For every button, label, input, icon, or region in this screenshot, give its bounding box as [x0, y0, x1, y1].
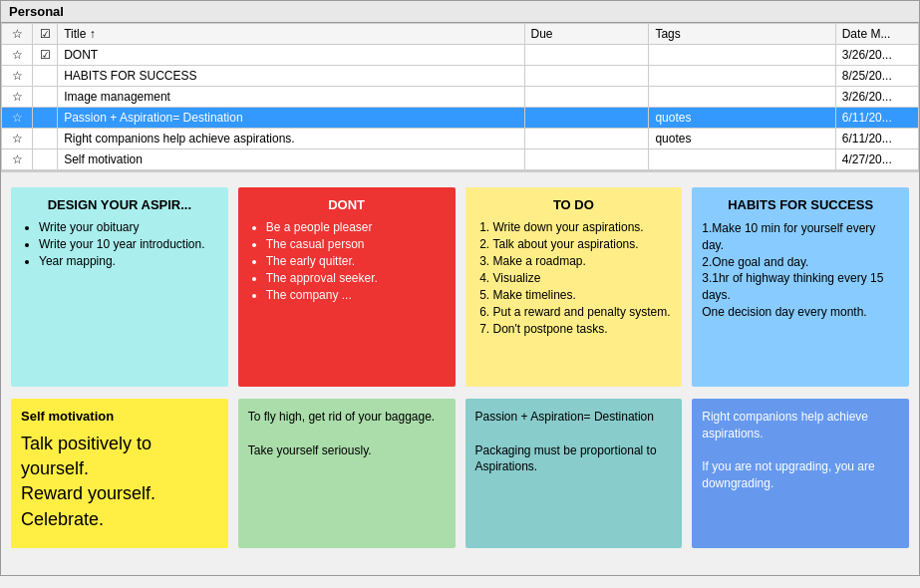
date-cell: 4/27/20... — [835, 149, 918, 170]
tags-cell — [649, 149, 835, 170]
list-item: Year mapping. — [39, 254, 218, 268]
date-cell: 3/26/20... — [835, 87, 918, 108]
list-item: Write your 10 year introduction. — [39, 237, 218, 251]
due-cell — [524, 149, 649, 170]
check-cell[interactable] — [33, 66, 58, 87]
title-cell[interactable]: HABITS FOR SUCCESS — [58, 66, 524, 87]
table-row[interactable]: ☆HABITS FOR SUCCESS8/25/20... — [2, 66, 919, 87]
list-item: The casual person — [266, 237, 446, 251]
list-item: Make timelines. — [493, 288, 673, 302]
date-cell: 8/25/20... — [835, 66, 918, 87]
col-header-check[interactable]: ☑ — [33, 24, 58, 45]
check-cell[interactable] — [33, 87, 58, 108]
sticky-list-design: Write your obituary Write your 10 year i… — [21, 220, 218, 268]
check-cell[interactable] — [33, 108, 58, 129]
tags-cell — [649, 87, 835, 108]
col-header-star[interactable]: ☆ — [2, 24, 33, 45]
col-header-date[interactable]: Date M... — [835, 24, 918, 45]
sticky-title-design: DESIGN YOUR ASPIR... — [21, 197, 218, 212]
sticky-note-self-motivation: Self motivation Talk positively to yours… — [11, 399, 228, 548]
col-header-due[interactable]: Due — [524, 24, 649, 45]
list-item: Be a people pleaser — [266, 220, 446, 234]
tasks-table: ☆ ☑ Title ↑ Due Tags Date M... ☆☑DONT3/2… — [1, 23, 919, 170]
table-row[interactable]: ☆☑DONT3/26/20... — [2, 45, 919, 66]
list-item: The company ... — [266, 288, 446, 302]
list-item: The approval seeker. — [266, 271, 446, 285]
table-row[interactable]: ☆Image management3/26/20... — [2, 87, 919, 108]
due-cell — [524, 66, 649, 87]
sticky-note-fly-high: To fly high, get rid of your baggage.Tak… — [238, 399, 456, 548]
sticky-row-1: DESIGN YOUR ASPIR... Write your obituary… — [11, 187, 909, 387]
col-header-title[interactable]: Title ↑ — [58, 24, 524, 45]
sticky-body-passion: Passion + Aspiration= DestinationPackagi… — [475, 409, 673, 475]
list-item: Don't postpone tasks. — [493, 322, 673, 336]
sticky-body-self-motivation: Talk positively to yourself.Reward yours… — [21, 432, 218, 532]
table-row[interactable]: ☆Self motivation4/27/20... — [2, 149, 919, 170]
title-cell[interactable]: Self motivation — [58, 149, 524, 170]
tags-cell — [649, 66, 835, 87]
sticky-list-todo: Write down your aspirations. Talk about … — [475, 220, 673, 336]
sticky-list-dont: Be a people pleaser The casual person Th… — [248, 220, 446, 302]
table-row[interactable]: ☆Right companions help achieve aspiratio… — [2, 129, 919, 149]
title-cell[interactable]: DONT — [58, 45, 524, 66]
table-body: ☆☑DONT3/26/20...☆HABITS FOR SUCCESS8/25/… — [2, 45, 919, 170]
sticky-body-habits: 1.Make 10 min for yourself every day.2.O… — [702, 220, 899, 321]
list-item: Talk about your aspirations. — [493, 237, 673, 251]
star-cell[interactable]: ☆ — [2, 45, 33, 66]
tags-cell — [649, 45, 835, 66]
star-cell[interactable]: ☆ — [2, 149, 33, 170]
tags-cell: quotes — [649, 129, 835, 149]
title-cell[interactable]: Image management — [58, 87, 524, 108]
tags-cell: quotes — [649, 108, 835, 129]
sticky-area: DESIGN YOUR ASPIR... Write your obituary… — [1, 172, 919, 575]
sticky-body-companions: Right companions help achieve aspiration… — [702, 409, 899, 492]
sticky-title-habits: HABITS FOR SUCCESS — [702, 197, 899, 212]
sticky-title-self-motivation: Self motivation — [21, 409, 218, 424]
list-item: The early quitter. — [266, 254, 446, 268]
date-cell: 3/26/20... — [835, 45, 918, 66]
sticky-note-passion: Passion + Aspiration= DestinationPackagi… — [465, 399, 683, 548]
title-cell[interactable]: Right companions help achieve aspiration… — [58, 129, 524, 149]
check-cell[interactable] — [33, 129, 58, 149]
table-row[interactable]: ☆Passion + Aspiration= Destinationquotes… — [2, 108, 919, 129]
due-cell — [524, 108, 649, 129]
star-cell[interactable]: ☆ — [2, 87, 33, 108]
table-header-row: ☆ ☑ Title ↑ Due Tags Date M... — [2, 24, 919, 45]
date-cell: 6/11/20... — [835, 108, 918, 129]
check-cell[interactable]: ☑ — [33, 45, 58, 66]
col-header-tags[interactable]: Tags — [649, 24, 835, 45]
sticky-note-design: DESIGN YOUR ASPIR... Write your obituary… — [11, 187, 228, 387]
list-item: Visualize — [493, 271, 673, 285]
list-item: Make a roadmap. — [493, 254, 673, 268]
list-item: Put a reward and penalty system. — [493, 305, 673, 319]
sticky-row-2: Self motivation Talk positively to yours… — [11, 399, 909, 548]
list-item: Write your obituary — [39, 220, 218, 234]
app-window: Personal ☆ ☑ Title ↑ Due Tags Date M... … — [0, 0, 920, 576]
list-item: Write down your aspirations. — [493, 220, 673, 234]
due-cell — [524, 45, 649, 66]
check-cell[interactable] — [33, 149, 58, 170]
title-bar: Personal — [1, 1, 919, 23]
table-area: ☆ ☑ Title ↑ Due Tags Date M... ☆☑DONT3/2… — [1, 23, 919, 172]
star-cell[interactable]: ☆ — [2, 108, 33, 129]
star-cell[interactable]: ☆ — [2, 129, 33, 149]
due-cell — [524, 87, 649, 108]
title-cell[interactable]: Passion + Aspiration= Destination — [58, 108, 524, 129]
title-bar-label: Personal — [9, 4, 64, 19]
sticky-note-companions: Right companions help achieve aspiration… — [692, 399, 909, 548]
sticky-note-dont: DONT Be a people pleaser The casual pers… — [238, 187, 456, 387]
sticky-note-habits: HABITS FOR SUCCESS 1.Make 10 min for you… — [692, 187, 909, 387]
sticky-body-fly-high: To fly high, get rid of your baggage.Tak… — [248, 409, 446, 458]
sticky-title-todo: TO DO — [475, 197, 673, 212]
star-cell[interactable]: ☆ — [2, 66, 33, 87]
sticky-note-todo: TO DO Write down your aspirations. Talk … — [465, 187, 683, 387]
date-cell: 6/11/20... — [835, 129, 918, 149]
sticky-title-dont: DONT — [248, 197, 446, 212]
due-cell — [524, 129, 649, 149]
